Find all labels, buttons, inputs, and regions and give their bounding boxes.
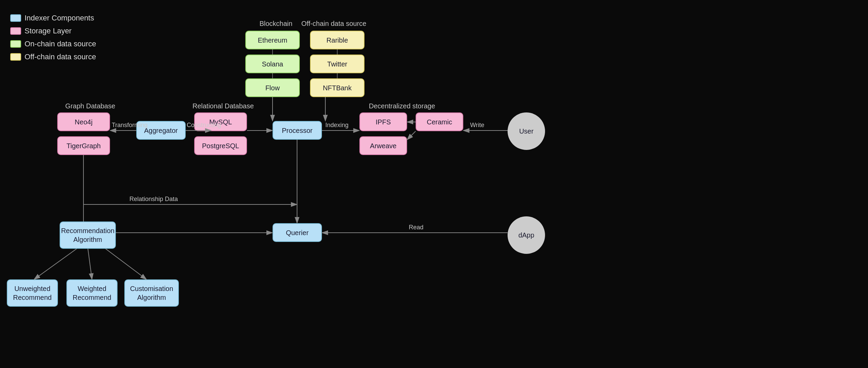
legend-label-indexer: Indexer Components xyxy=(25,14,94,22)
node-querier: Querier xyxy=(273,223,322,242)
svg-line-12 xyxy=(407,131,416,140)
node-nftbank: NFTBank xyxy=(310,78,365,97)
node-arweave: Arweave xyxy=(359,136,407,155)
svg-text:Indexing: Indexing xyxy=(325,122,348,128)
legend-box-indexer xyxy=(10,14,21,22)
section-decentralized: Decentralized storage xyxy=(354,102,450,110)
node-ethereum: Ethereum xyxy=(245,31,300,49)
node-user: User xyxy=(508,112,545,150)
legend-item-offchain: Off-chain data source xyxy=(10,52,96,61)
svg-text:Read: Read xyxy=(409,224,423,231)
node-postgresql: PostgreSQL xyxy=(194,136,247,155)
legend-box-onchain xyxy=(10,40,21,48)
section-relational-db: Relational Database xyxy=(186,102,261,110)
node-flow: Flow xyxy=(245,78,300,97)
legend: Indexer Components Storage Layer On-chai… xyxy=(10,14,96,61)
svg-text:Write: Write xyxy=(470,122,484,128)
svg-text:Relationship Data: Relationship Data xyxy=(129,196,178,202)
section-graph-db: Graph Database xyxy=(56,102,124,110)
node-solana: Solana xyxy=(245,55,300,73)
diagram-container: Indexer Components Storage Layer On-chai… xyxy=(0,0,868,368)
node-neo4j: Neo4j xyxy=(57,112,110,131)
legend-item-indexer: Indexer Components xyxy=(10,14,96,22)
node-twitter: Twitter xyxy=(310,55,365,73)
legend-item-onchain: On-chain data source xyxy=(10,40,96,48)
node-ipfs: IPFS xyxy=(359,112,407,131)
legend-box-storage xyxy=(10,27,21,35)
legend-label-onchain: On-chain data source xyxy=(25,40,96,48)
node-tigergraph: TigerGraph xyxy=(57,136,110,155)
legend-box-offchain xyxy=(10,53,21,61)
arrows-svg: Transforming Constructing Indexing Write… xyxy=(0,0,868,368)
node-processor: Processor xyxy=(273,121,322,140)
legend-item-storage: Storage Layer xyxy=(10,27,96,35)
svg-line-22 xyxy=(34,249,77,279)
node-mysql: MySQL xyxy=(194,112,247,131)
node-ceramic: Ceramic xyxy=(416,112,463,131)
section-offchain-source: Off-chain data source xyxy=(296,20,371,28)
legend-label-storage: Storage Layer xyxy=(25,27,72,35)
node-unweighted: Unweighted Recommend xyxy=(7,279,58,307)
node-recommendation: Recommendation Algorithm xyxy=(60,221,116,249)
section-blockchain: Blockchain xyxy=(249,20,303,28)
svg-line-24 xyxy=(106,249,146,279)
legend-label-offchain: Off-chain data source xyxy=(25,52,96,61)
node-weighted: Weighted Recommend xyxy=(66,279,118,307)
node-customisation: Customisation Algorithm xyxy=(124,279,179,307)
svg-line-23 xyxy=(88,249,92,279)
node-dapp: dApp xyxy=(508,216,545,254)
node-rarible: Rarible xyxy=(310,31,365,49)
node-aggregator: Aggregator xyxy=(136,121,186,140)
